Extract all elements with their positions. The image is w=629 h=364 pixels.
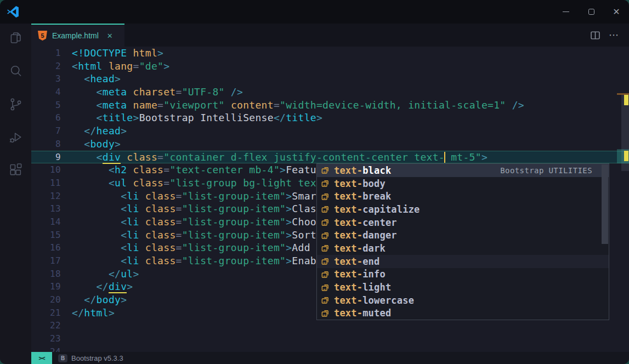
activity-bar [0,24,31,364]
suggestion-item[interactable]: text-blackBootstrap UTILITIES [317,164,609,177]
sidebar-item-extensions[interactable] [3,162,29,195]
code-line[interactable]: 4 <meta charset="UTF-8" /> [31,86,629,99]
suggestion-item[interactable]: text-center [317,216,609,229]
suggest-scrollbar[interactable] [602,164,608,244]
code-line[interactable]: 6 <title>Bootstrap IntelliSense</title> [31,111,629,124]
line-number: 18 [31,268,72,281]
close-button[interactable]: ✕ [604,0,629,24]
line-number: 10 [31,163,72,177]
code-line[interactable]: 9 <div class="container d-flex justify-c… [31,151,629,164]
close-icon: ✕ [613,7,620,17]
line-number: 7 [31,124,72,138]
warning-marker [624,95,628,105]
code-text [72,332,629,345]
suggest-list: text-blackBootstrap UTILITIEStext-bodyte… [317,164,609,320]
snippet-icon [321,218,330,227]
line-number: 24 [31,345,72,352]
code-text: <div class="container d-flex justify-con… [72,151,629,164]
line-number: 2 [31,60,72,73]
code-line[interactable]: 3 <head> [31,72,629,86]
more-actions-icon[interactable]: ⋯ [609,32,619,38]
suggestion-label: text-light [334,282,391,293]
snippet-icon [321,166,330,175]
snippet-icon [321,204,330,214]
suggestion-label: text-center [334,217,397,228]
code-text: <head> [72,72,629,86]
bootstrap-icon: B [58,354,67,362]
snippet-icon [321,231,330,240]
sidebar-item-search[interactable] [3,64,29,96]
code-line[interactable]: 2<html lang="de"> [31,60,629,73]
line-number: 5 [31,99,72,112]
code-text [72,345,629,352]
line-number: 9 [31,151,72,164]
code-text: <meta charset="UTF-8" /> [72,86,629,99]
suggestion-detail: Bootstrap UTILITIES [500,166,607,175]
code-line[interactable]: 7 </head> [31,124,629,138]
code-text: <meta name="viewport" content="width=dev… [72,99,629,112]
status-item-label: Bootstrap v5.3.3 [71,354,123,362]
line-number: 21 [31,306,72,320]
minimize-button[interactable] [553,0,579,24]
explorer-icon [8,31,23,46]
suggestion-item[interactable]: text-danger [317,229,609,242]
run-debug-icon [8,129,23,144]
sidebar-item-explorer[interactable] [3,31,29,64]
status-bar: >< B Bootstrap v5.3.3 [31,352,629,364]
suggestion-item[interactable]: text-capitalize [317,203,609,216]
remote-indicator[interactable]: >< [31,352,52,364]
suggestion-item[interactable]: text-lowercase [317,294,609,307]
suggestion-item[interactable]: text-body [317,177,609,190]
tab-example-html[interactable]: 5 Example.html ✕ [31,24,124,47]
code-line[interactable]: 23 [31,332,629,345]
suggestion-item[interactable]: text-info [317,268,609,281]
suggestion-label: text-end [334,256,380,267]
tab-label: Example.html [52,31,99,40]
intellisense-suggest-widget: text-blackBootstrap UTILITIEStext-bodyte… [316,163,609,320]
editor-actions: ⋯ [591,24,629,47]
snippet-icon [321,309,330,318]
suggestion-label: text-info [334,269,386,280]
suggestion-label: text-capitalize [334,204,420,215]
snippet-icon [321,179,330,188]
code-text: <body> [72,138,629,151]
code-text [72,319,629,332]
code-line[interactable]: 1<!DOCTYPE html> [31,47,629,60]
suggestion-item[interactable]: text-muted [317,307,609,320]
code-line[interactable]: 8 <body> [31,138,629,151]
code-editor[interactable]: 1<!DOCTYPE html>2<html lang="de">3 <head… [31,47,629,352]
line-number: 12 [31,190,72,203]
suggestion-item[interactable]: text-break [317,190,609,203]
suggestion-label: text-break [334,191,391,202]
suggestion-item[interactable]: text-end [317,255,609,268]
remote-icon: >< [38,355,44,362]
split-editor-icon[interactable] [591,31,600,39]
code-line[interactable]: 5 <meta name="viewport" content="width=d… [31,99,629,112]
line-number: 14 [31,215,72,229]
html5-icon: 5 [38,31,47,41]
suggestion-item[interactable]: text-light [317,281,609,294]
code-line[interactable]: 22 [31,319,629,332]
code-line[interactable]: 24 [31,345,629,352]
tab-close-icon[interactable]: ✕ [107,32,113,40]
maximize-button[interactable] [579,0,604,24]
status-item-bootstrap[interactable]: B Bootstrap v5.3.3 [58,354,123,362]
code-text: <html lang="de"> [72,60,629,73]
maximize-icon [588,9,594,15]
vscode-logo-icon [6,5,20,19]
code-text: </head> [72,124,629,138]
snippet-icon [321,270,330,279]
line-number: 15 [31,229,72,242]
sidebar-item-run-debug[interactable] [3,129,29,162]
sidebar-item-source-control[interactable] [3,96,29,129]
snippet-icon [321,283,330,292]
suggestion-label: text-danger [334,230,397,241]
line-number: 19 [31,280,72,293]
window-controls: ✕ [553,0,629,24]
line-number: 8 [31,138,72,151]
suggestion-item[interactable]: text-dark [317,242,609,255]
line-number: 11 [31,177,72,190]
snippet-icon [321,192,330,201]
vscode-window: ✕ [0,0,629,364]
snippet-icon [321,257,330,266]
